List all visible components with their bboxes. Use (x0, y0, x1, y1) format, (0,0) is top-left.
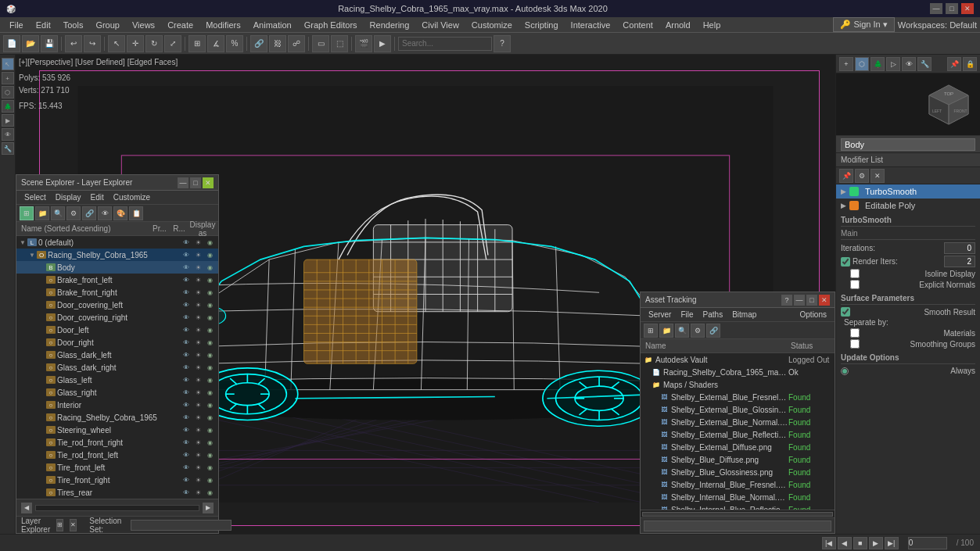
vis-eye[interactable]: 👁 (181, 312, 192, 323)
display-icon[interactable]: ◉ (204, 262, 215, 273)
se-item-racing-shelby[interactable]: ▼ O Racing_Shelby_Cobra_1965 👁 ☀ ◉ (16, 249, 218, 261)
vis-disp[interactable]: ◉ (204, 424, 215, 435)
left-icon-utilities[interactable]: 🔧 (2, 142, 14, 155)
render-iters-checkbox[interactable] (841, 257, 850, 267)
select-button[interactable]: ↖ (108, 35, 125, 52)
at-item-shelby_blue_glossine[interactable]: 🖼Shelby_Blue_Glossiness.pngFound (641, 466, 835, 478)
open-button[interactable]: 📂 (22, 35, 39, 52)
se-scroll-track[interactable] (35, 505, 199, 511)
at-search-input[interactable] (644, 521, 831, 531)
play-back[interactable]: ◀ (838, 537, 852, 549)
scroll-left[interactable]: ◀ (21, 503, 32, 513)
se-item-door_covering_right[interactable]: ○Door_covering_right👁☀◉ (16, 311, 218, 324)
isoline-checkbox[interactable] (850, 269, 860, 278)
at-item-maps___shaders[interactable]: 📁Maps / Shaders (641, 378, 835, 391)
materials-checkbox[interactable] (850, 328, 860, 338)
menu-interactive[interactable]: Interactive (565, 17, 617, 33)
at-item-shelby_internal_blue[interactable]: 🖼Shelby_Internal_Blue_Fresnel.pngFound (641, 478, 835, 491)
selection-set-input[interactable] (131, 520, 232, 531)
hierarchy-tab[interactable]: 🌲 (871, 57, 885, 71)
iterations-input[interactable] (944, 242, 975, 254)
help-button[interactable]: ? (494, 35, 511, 52)
motion-tab[interactable]: ▷ (886, 57, 900, 71)
pin-button[interactable]: 📌 (947, 57, 961, 71)
se-item-door_right[interactable]: ○Door_right👁☀◉ (16, 336, 218, 349)
modifier-item-turbosmooth[interactable]: ▶ TurboSmooth (836, 184, 980, 199)
menu-civil-view[interactable]: Civil View (415, 17, 465, 33)
configure-modifier[interactable]: ⚙ (855, 169, 869, 183)
vis-disp[interactable]: ◉ (204, 374, 215, 385)
left-icon-motion[interactable]: ▶ (2, 114, 14, 127)
menu-customize[interactable]: Customize (465, 17, 519, 33)
play-forward[interactable]: ▶ (869, 537, 883, 549)
se-item-brake_front_right[interactable]: ○Brake_front_right👁☀◉ (16, 286, 218, 299)
at-maximize[interactable]: □ (806, 295, 817, 306)
se-tool-2[interactable]: 📁 (35, 206, 49, 220)
se-tool-1[interactable]: ⊞ (20, 206, 34, 220)
se-menu-select[interactable]: Select (20, 191, 51, 205)
vis-disp[interactable]: ◉ (204, 449, 215, 460)
se-tree[interactable]: ▼ L 0 (default) 👁 ☀ ◉ ▼ O Racing_Shelby_… (16, 236, 218, 499)
vis-eye[interactable]: 👁 (181, 424, 192, 435)
se-tool-8[interactable]: 📋 (129, 206, 143, 220)
left-icon-display[interactable]: 👁 (2, 128, 14, 141)
at-tool-1[interactable]: ⊞ (644, 324, 658, 338)
menu-content[interactable]: Content (616, 17, 659, 33)
vis-eye[interactable]: 👁 (181, 287, 192, 298)
search-box[interactable] (398, 37, 492, 51)
move-button[interactable]: ✛ (127, 35, 144, 52)
vis-render[interactable]: ☀ (192, 424, 203, 435)
smooth-result-checkbox[interactable] (841, 307, 850, 317)
vis-disp[interactable]: ◉ (204, 387, 215, 398)
se-footer-layer-explorer[interactable]: Layer Explorer (21, 517, 50, 534)
vis-eye[interactable]: 👁 (181, 274, 192, 285)
se-item-racing_shelby_cobra_1965[interactable]: ○Racing_Shelby_Cobra_1965👁☀◉ (16, 411, 218, 424)
left-icon-hierarchy[interactable]: 🌲 (2, 100, 14, 113)
visibility-icon[interactable]: 👁 (181, 262, 192, 273)
menu-tools[interactable]: Tools (57, 17, 90, 33)
at-item-shelby_internal_blue[interactable]: 🖼Shelby_Internal_Blue_Normal.pngFound (641, 491, 835, 503)
left-icon-create[interactable]: + (2, 72, 14, 84)
se-tool-5[interactable]: 🔗 (82, 206, 96, 220)
vis-disp[interactable]: ◉ (204, 312, 215, 323)
se-item-brake_front_left[interactable]: ○Brake_front_left👁☀◉ (16, 274, 218, 286)
se-item-interior[interactable]: ○Interior👁☀◉ (16, 399, 218, 411)
menu-modifiers[interactable]: Modifiers (199, 17, 247, 33)
se-item-body[interactable]: B Body 👁 ☀ ◉ (16, 261, 218, 274)
menu-file[interactable]: File (3, 17, 30, 33)
at-tool-2[interactable]: 📁 (659, 324, 673, 338)
link-button[interactable]: 🔗 (250, 35, 267, 52)
vis-disp[interactable]: ◉ (204, 462, 215, 473)
at-item-shelby_blue_diffuse_[interactable]: 🖼Shelby_Blue_Diffuse.pngFound (641, 453, 835, 466)
vis-eye[interactable]: 👁 (181, 449, 192, 460)
se-item-glass_dark_right[interactable]: ○Glass_dark_right👁☀◉ (16, 361, 218, 374)
undo-button[interactable]: ↩ (65, 35, 82, 52)
menu-arnold[interactable]: Arnold (659, 17, 697, 33)
body-name-input[interactable] (841, 138, 975, 151)
vis-render[interactable]: ☀ (192, 399, 203, 410)
vis-eye[interactable]: 👁 (181, 324, 192, 335)
vis-render[interactable]: ☀ (192, 312, 203, 323)
render-button[interactable]: 🎬 (355, 35, 372, 52)
display-tab[interactable]: 👁 (902, 57, 916, 71)
vis-disp[interactable]: ◉ (204, 299, 215, 310)
se-item-tire_front_left[interactable]: ○Tire_front_left👁☀◉ (16, 461, 218, 474)
vis-eye[interactable]: 👁 (181, 374, 192, 385)
keyframe-next[interactable]: ▶| (885, 537, 899, 549)
visibility-icon[interactable]: 👁 (181, 249, 192, 260)
snap-button[interactable]: ⊞ (188, 35, 206, 52)
at-info[interactable]: ? (781, 295, 792, 306)
vis-eye[interactable]: 👁 (181, 474, 192, 485)
vis-eye[interactable]: 👁 (181, 387, 192, 398)
scale-button[interactable]: ⤢ (164, 35, 181, 52)
render-icon[interactable]: ☀ (192, 262, 203, 273)
vis-eye[interactable]: 👁 (181, 437, 192, 448)
se-minimize[interactable]: — (178, 177, 188, 188)
menu-edit[interactable]: Edit (30, 17, 57, 33)
redo-button[interactable]: ↪ (84, 35, 101, 52)
se-item-tires_rear[interactable]: ○Tires_rear👁☀◉ (16, 486, 218, 499)
menu-rendering[interactable]: Rendering (364, 17, 416, 33)
menu-group[interactable]: Group (89, 17, 126, 33)
at-tool-4[interactable]: ⚙ (691, 324, 705, 338)
at-scroll-inner[interactable] (642, 512, 833, 517)
